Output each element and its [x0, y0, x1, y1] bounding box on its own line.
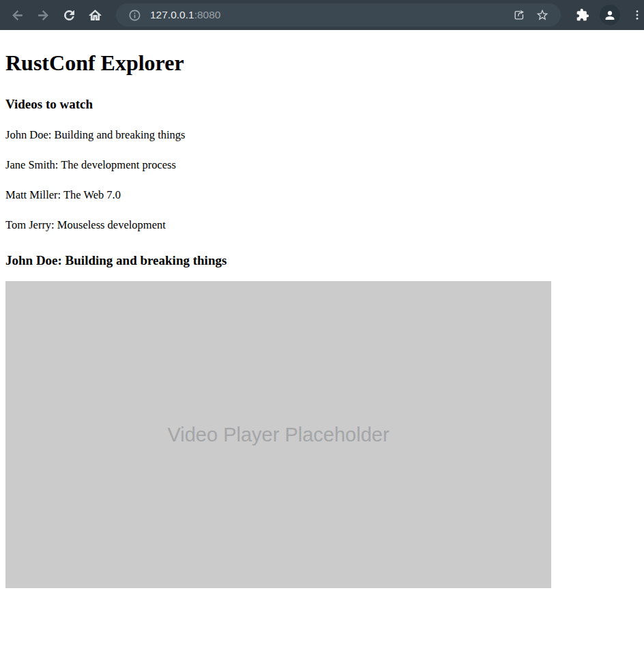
home-icon	[88, 8, 102, 23]
back-arrow-icon	[10, 8, 25, 23]
star-icon	[536, 8, 549, 22]
bookmark-button[interactable]	[531, 5, 554, 25]
page-title: RustConf Explorer	[5, 30, 639, 76]
video-player-placeholder[interactable]: Video Player Placeholder	[5, 281, 551, 588]
kebab-menu-icon	[631, 9, 643, 21]
puzzle-icon	[576, 8, 589, 22]
address-bar[interactable]: 127.0.0.1:8080	[116, 3, 561, 27]
browser-menu-button[interactable]	[625, 3, 644, 27]
profile-button[interactable]	[600, 5, 620, 25]
share-icon	[512, 8, 526, 22]
selected-video-heading: John Doe: Building and breaking things	[5, 253, 639, 268]
share-button[interactable]	[508, 5, 531, 25]
url-text: 127.0.0.1:8080	[150, 9, 508, 21]
forward-button[interactable]	[30, 2, 56, 28]
video-list-item[interactable]: John Doe: Building and breaking things	[5, 129, 186, 142]
video-list-item[interactable]: Matt Miller: The Web 7.0	[5, 189, 121, 202]
video-list-item[interactable]: Jane Smith: The development process	[5, 159, 176, 172]
video-player-placeholder-text: Video Player Placeholder	[167, 424, 389, 446]
toolbar-right-group	[570, 3, 644, 27]
url-port: :8080	[194, 9, 221, 20]
person-icon	[602, 8, 617, 23]
info-icon	[128, 9, 141, 22]
page-content: RustConf Explorer Videos to watch John D…	[0, 30, 644, 588]
browser-toolbar: 127.0.0.1:8080	[0, 0, 644, 30]
extensions-button[interactable]	[570, 3, 595, 27]
forward-arrow-icon	[36, 8, 50, 23]
watch-list-heading: Videos to watch	[5, 97, 639, 112]
site-info-button[interactable]	[124, 5, 145, 25]
reload-icon	[62, 8, 76, 23]
reload-button[interactable]	[56, 2, 82, 28]
video-list-item[interactable]: Tom Jerry: Mouseless development	[5, 219, 166, 232]
url-host: 127.0.0.1	[150, 9, 194, 20]
back-button[interactable]	[4, 2, 30, 28]
home-button[interactable]	[82, 2, 108, 28]
